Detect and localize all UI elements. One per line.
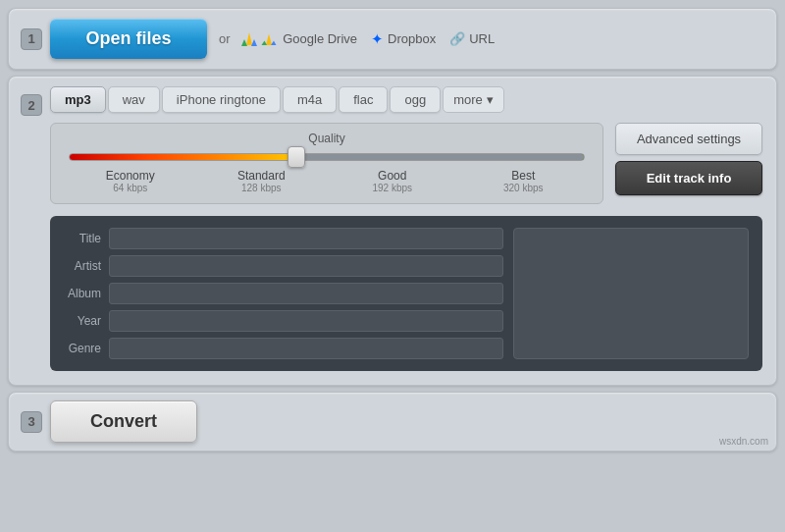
url-label: URL <box>469 31 495 46</box>
tab-more[interactable]: more ▾ <box>443 86 504 113</box>
standard-label: Standard <box>196 169 328 183</box>
standard-kbps: 128 kbps <box>196 183 328 193</box>
economy-kbps: 64 kbps <box>65 183 196 193</box>
convert-button[interactable]: Convert <box>50 400 197 443</box>
album-label: Album <box>64 287 101 300</box>
slider-track-gray <box>301 154 584 160</box>
cloud-options: Google Drive ✦ Dropbox 🔗 URL <box>240 30 496 48</box>
format-tabs: mp3 wav iPhone ringtone m4a flac ogg mor… <box>50 86 762 113</box>
main-container: 1 Open files or <box>0 0 785 532</box>
track-image-area <box>513 228 749 359</box>
google-drive-link[interactable]: Google Drive <box>240 30 358 47</box>
quality-good: Good 192 kbps <box>327 169 458 193</box>
edit-track-button[interactable]: Edit track info <box>615 161 762 195</box>
track-info-area: Title Artist Album Year Genre <box>50 216 762 371</box>
url-link[interactable]: 🔗 URL <box>449 31 495 46</box>
svg-marker-7 <box>266 33 272 45</box>
svg-marker-8 <box>262 40 268 45</box>
best-kbps: 320 kbps <box>458 183 590 193</box>
economy-label: Economy <box>65 169 196 183</box>
track-fields: Title Artist Album Year Genre <box>64 228 503 359</box>
album-input[interactable] <box>109 283 503 304</box>
album-field-row: Album <box>64 283 503 304</box>
slider-track <box>69 153 585 161</box>
quality-label: Quality <box>65 132 589 145</box>
quality-area: Quality Economy 64 kbps Standard 128 kbp… <box>50 123 603 204</box>
settings-row: Quality Economy 64 kbps Standard 128 kbp… <box>50 123 762 204</box>
genre-field-row: Genre <box>64 338 503 359</box>
year-label: Year <box>64 314 101 328</box>
artist-field-row: Artist <box>64 255 503 277</box>
good-label: Good <box>327 169 458 183</box>
chevron-down-icon: ▾ <box>487 92 494 107</box>
good-kbps: 192 kbps <box>327 183 458 193</box>
link-icon: 🔗 <box>449 31 465 46</box>
year-field-row: Year <box>64 310 503 332</box>
year-input[interactable] <box>109 310 503 332</box>
tab-wav[interactable]: wav <box>108 86 160 113</box>
title-field-row: Title <box>64 228 503 249</box>
right-buttons: Advanced settings Edit track info <box>615 123 762 195</box>
artist-input[interactable] <box>109 255 503 277</box>
quality-best: Best 320 kbps <box>458 169 590 193</box>
tab-flac[interactable]: flac <box>339 86 388 113</box>
quality-standard: Standard 128 kbps <box>196 169 328 193</box>
dropbox-icon: ✦ <box>371 30 384 48</box>
slider-labels: Economy 64 kbps Standard 128 kbps Good 1… <box>65 169 589 193</box>
section-open-files: 1 Open files or <box>8 8 777 70</box>
step-number-3: 3 <box>21 411 42 433</box>
svg-marker-2 <box>241 39 247 46</box>
svg-marker-3 <box>251 39 257 46</box>
quality-slider-thumb[interactable] <box>288 146 305 168</box>
advanced-settings-button[interactable]: Advanced settings <box>615 123 762 155</box>
tab-ogg[interactable]: ogg <box>390 86 441 113</box>
tab-m4a[interactable]: m4a <box>283 86 337 113</box>
watermark: wsxdn.com <box>719 436 768 447</box>
svg-marker-9 <box>271 40 277 45</box>
section-convert: 3 Convert wsxdn.com <box>8 392 777 452</box>
google-drive-label: Google Drive <box>283 31 357 46</box>
slider-container <box>69 153 585 161</box>
or-text: or <box>219 31 231 46</box>
step-number-2: 2 <box>21 94 42 116</box>
tab-iphone-ringtone[interactable]: iPhone ringtone <box>162 86 281 113</box>
step-number-1: 1 <box>21 28 42 50</box>
title-label: Title <box>64 232 101 245</box>
artist-label: Artist <box>64 259 101 273</box>
genre-label: Genre <box>64 342 101 355</box>
best-label: Best <box>458 169 590 183</box>
open-files-button[interactable]: Open files <box>50 19 207 59</box>
dropbox-label: Dropbox <box>388 31 436 46</box>
section-format: 2 mp3 wav iPhone ringtone m4a flac ogg m… <box>8 76 777 386</box>
genre-input[interactable] <box>109 338 503 359</box>
tab-mp3[interactable]: mp3 <box>50 86 106 113</box>
google-drive-icon <box>240 30 280 47</box>
quality-economy: Economy 64 kbps <box>65 169 196 193</box>
title-input[interactable] <box>109 228 503 249</box>
dropbox-link[interactable]: ✦ Dropbox <box>371 30 436 48</box>
more-label: more <box>453 92 483 107</box>
